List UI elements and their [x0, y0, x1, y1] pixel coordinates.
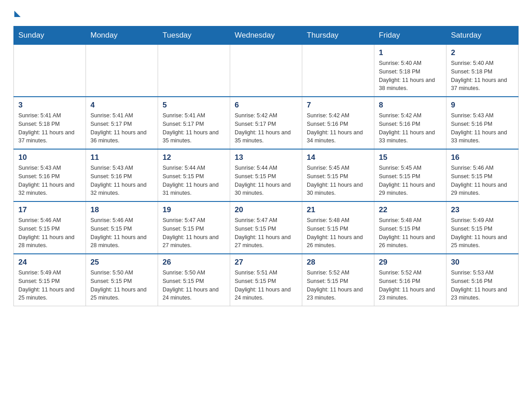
calendar-cell — [158, 45, 230, 97]
calendar-cell — [86, 45, 158, 97]
week-row-5: 24Sunrise: 5:49 AMSunset: 5:15 PMDayligh… — [14, 254, 519, 306]
day-number: 28 — [307, 258, 369, 267]
week-row-2: 3Sunrise: 5:41 AMSunset: 5:18 PMDaylight… — [14, 97, 519, 149]
day-info: Sunrise: 5:43 AMSunset: 5:16 PMDaylight:… — [90, 164, 153, 197]
day-info: Sunrise: 5:43 AMSunset: 5:16 PMDaylight:… — [451, 111, 514, 145]
day-number: 29 — [379, 258, 442, 267]
day-number: 4 — [90, 101, 153, 110]
weekday-header-monday: Monday — [86, 26, 158, 45]
calendar-cell: 9Sunrise: 5:43 AMSunset: 5:16 PMDaylight… — [446, 97, 519, 149]
day-info: Sunrise: 5:42 AMSunset: 5:16 PMDaylight:… — [307, 111, 369, 145]
day-number: 11 — [90, 153, 153, 162]
calendar-cell: 16Sunrise: 5:46 AMSunset: 5:15 PMDayligh… — [446, 149, 519, 201]
day-info: Sunrise: 5:42 AMSunset: 5:17 PMDaylight:… — [235, 111, 297, 145]
day-info: Sunrise: 5:47 AMSunset: 5:15 PMDaylight:… — [163, 216, 225, 250]
day-number: 5 — [163, 101, 225, 110]
day-number: 23 — [451, 206, 514, 214]
calendar-cell: 27Sunrise: 5:51 AMSunset: 5:15 PMDayligh… — [230, 254, 302, 306]
calendar-cell: 30Sunrise: 5:53 AMSunset: 5:16 PMDayligh… — [446, 254, 519, 306]
day-info: Sunrise: 5:53 AMSunset: 5:16 PMDaylight:… — [451, 269, 514, 302]
day-info: Sunrise: 5:47 AMSunset: 5:15 PMDaylight:… — [235, 216, 297, 250]
day-number: 16 — [451, 153, 514, 162]
day-info: Sunrise: 5:51 AMSunset: 5:15 PMDaylight:… — [235, 269, 297, 302]
day-info: Sunrise: 5:46 AMSunset: 5:15 PMDaylight:… — [451, 164, 514, 197]
day-info: Sunrise: 5:46 AMSunset: 5:15 PMDaylight:… — [18, 216, 81, 250]
calendar-cell: 17Sunrise: 5:46 AMSunset: 5:15 PMDayligh… — [14, 201, 86, 254]
calendar-cell: 4Sunrise: 5:41 AMSunset: 5:17 PMDaylight… — [86, 97, 158, 149]
calendar-cell: 8Sunrise: 5:42 AMSunset: 5:16 PMDaylight… — [374, 97, 446, 149]
week-row-4: 17Sunrise: 5:46 AMSunset: 5:15 PMDayligh… — [14, 201, 519, 254]
day-info: Sunrise: 5:41 AMSunset: 5:17 PMDaylight:… — [163, 111, 225, 145]
day-info: Sunrise: 5:40 AMSunset: 5:18 PMDaylight:… — [451, 59, 514, 93]
calendar-cell: 21Sunrise: 5:48 AMSunset: 5:15 PMDayligh… — [302, 201, 374, 254]
day-number: 18 — [90, 206, 153, 214]
day-info: Sunrise: 5:41 AMSunset: 5:18 PMDaylight:… — [18, 111, 81, 145]
day-number: 21 — [307, 206, 369, 214]
calendar-cell — [230, 45, 302, 97]
day-number: 26 — [163, 258, 225, 267]
calendar-cell: 12Sunrise: 5:44 AMSunset: 5:15 PMDayligh… — [158, 149, 230, 201]
day-number: 13 — [235, 153, 297, 162]
page-header — [13, 9, 519, 17]
day-number: 22 — [379, 206, 442, 214]
day-info: Sunrise: 5:48 AMSunset: 5:15 PMDaylight:… — [307, 216, 369, 250]
weekday-header-thursday: Thursday — [302, 26, 374, 45]
day-info: Sunrise: 5:43 AMSunset: 5:16 PMDaylight:… — [18, 164, 81, 197]
day-info: Sunrise: 5:49 AMSunset: 5:15 PMDaylight:… — [18, 269, 81, 302]
day-info: Sunrise: 5:40 AMSunset: 5:18 PMDaylight:… — [379, 59, 442, 93]
calendar-cell: 20Sunrise: 5:47 AMSunset: 5:15 PMDayligh… — [230, 201, 302, 254]
calendar-cell: 29Sunrise: 5:52 AMSunset: 5:16 PMDayligh… — [374, 254, 446, 306]
day-number: 15 — [379, 153, 442, 162]
day-number: 8 — [379, 101, 442, 110]
logo-arrow-icon — [14, 11, 21, 17]
day-info: Sunrise: 5:48 AMSunset: 5:15 PMDaylight:… — [379, 216, 442, 250]
calendar-table: SundayMondayTuesdayWednesdayThursdayFrid… — [13, 26, 519, 306]
day-info: Sunrise: 5:52 AMSunset: 5:15 PMDaylight:… — [307, 269, 369, 302]
day-number: 19 — [163, 206, 225, 214]
week-row-1: 1Sunrise: 5:40 AMSunset: 5:18 PMDaylight… — [14, 45, 519, 97]
day-info: Sunrise: 5:45 AMSunset: 5:15 PMDaylight:… — [379, 164, 442, 197]
day-info: Sunrise: 5:44 AMSunset: 5:15 PMDaylight:… — [163, 164, 225, 197]
day-number: 14 — [307, 153, 369, 162]
day-info: Sunrise: 5:44 AMSunset: 5:15 PMDaylight:… — [235, 164, 297, 197]
calendar-cell: 19Sunrise: 5:47 AMSunset: 5:15 PMDayligh… — [158, 201, 230, 254]
day-number: 25 — [90, 258, 153, 267]
day-number: 10 — [18, 153, 81, 162]
day-number: 24 — [18, 258, 81, 267]
weekday-header-tuesday: Tuesday — [158, 26, 230, 45]
weekday-header-friday: Friday — [374, 26, 446, 45]
day-number: 27 — [235, 258, 297, 267]
day-number: 7 — [307, 101, 369, 110]
day-number: 17 — [18, 206, 81, 214]
calendar-cell: 5Sunrise: 5:41 AMSunset: 5:17 PMDaylight… — [158, 97, 230, 149]
calendar-cell: 2Sunrise: 5:40 AMSunset: 5:18 PMDaylight… — [446, 45, 519, 97]
weekday-header-sunday: Sunday — [14, 26, 86, 45]
day-info: Sunrise: 5:46 AMSunset: 5:15 PMDaylight:… — [90, 216, 153, 250]
day-info: Sunrise: 5:50 AMSunset: 5:15 PMDaylight:… — [90, 269, 153, 302]
weekday-header-wednesday: Wednesday — [230, 26, 302, 45]
day-info: Sunrise: 5:45 AMSunset: 5:15 PMDaylight:… — [307, 164, 369, 197]
day-info: Sunrise: 5:49 AMSunset: 5:15 PMDaylight:… — [451, 216, 514, 250]
calendar-cell: 1Sunrise: 5:40 AMSunset: 5:18 PMDaylight… — [374, 45, 446, 97]
week-row-3: 10Sunrise: 5:43 AMSunset: 5:16 PMDayligh… — [14, 149, 519, 201]
day-info: Sunrise: 5:42 AMSunset: 5:16 PMDaylight:… — [379, 111, 442, 145]
calendar-cell: 11Sunrise: 5:43 AMSunset: 5:16 PMDayligh… — [86, 149, 158, 201]
weekday-header-saturday: Saturday — [446, 26, 519, 45]
calendar-cell: 7Sunrise: 5:42 AMSunset: 5:16 PMDaylight… — [302, 97, 374, 149]
day-number: 3 — [18, 101, 81, 110]
day-number: 12 — [163, 153, 225, 162]
calendar-cell: 13Sunrise: 5:44 AMSunset: 5:15 PMDayligh… — [230, 149, 302, 201]
calendar-cell — [14, 45, 86, 97]
calendar-cell: 23Sunrise: 5:49 AMSunset: 5:15 PMDayligh… — [446, 201, 519, 254]
calendar-cell: 6Sunrise: 5:42 AMSunset: 5:17 PMDaylight… — [230, 97, 302, 149]
day-number: 1 — [379, 48, 442, 57]
calendar-cell: 25Sunrise: 5:50 AMSunset: 5:15 PMDayligh… — [86, 254, 158, 306]
calendar-cell: 26Sunrise: 5:50 AMSunset: 5:15 PMDayligh… — [158, 254, 230, 306]
day-number: 30 — [451, 258, 514, 267]
day-info: Sunrise: 5:50 AMSunset: 5:15 PMDaylight:… — [163, 269, 225, 302]
day-info: Sunrise: 5:52 AMSunset: 5:16 PMDaylight:… — [379, 269, 442, 302]
calendar-cell: 15Sunrise: 5:45 AMSunset: 5:15 PMDayligh… — [374, 149, 446, 201]
day-number: 2 — [451, 48, 514, 57]
calendar-cell: 28Sunrise: 5:52 AMSunset: 5:15 PMDayligh… — [302, 254, 374, 306]
calendar-cell — [302, 45, 374, 97]
